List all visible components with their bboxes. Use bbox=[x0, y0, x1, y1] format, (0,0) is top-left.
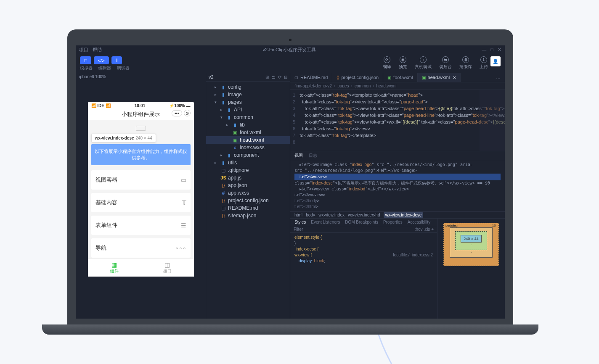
highlighted-element[interactable]: 以下将展示小程序官方组件能力，组件样式仅供参考。 bbox=[91, 144, 191, 165]
window-title: v2-FinClip小程序开发工具 bbox=[262, 47, 316, 53]
status-signal: 📶 IDE 📶 bbox=[91, 103, 111, 108]
style-subtab[interactable]: Accessibility bbox=[408, 220, 430, 224]
editor-tab[interactable]: ▣foot.wxml bbox=[383, 73, 417, 82]
tree-node[interactable]: ▸▮API bbox=[206, 106, 290, 113]
dom-tree[interactable]: ▸t-el"><wx-image class="index-logo" src=… bbox=[290, 160, 505, 211]
tree-node[interactable]: {}project.config.json bbox=[206, 197, 290, 204]
toolbar-left-pills: □ </> ⫴ bbox=[80, 56, 130, 64]
new-file-icon[interactable]: ⊞ bbox=[265, 75, 269, 79]
list-item[interactable]: 视图容器▭ bbox=[91, 170, 191, 190]
pill-label: 调试器 bbox=[117, 65, 130, 71]
file-tree-pane: v2 ⊞ 🗀 ⟳ ⊟ ▸▮config▸▮image▾▮pages▸▮API▾▮… bbox=[206, 73, 290, 319]
editor-pane: ▢README.md{}project.config.json▣foot.wxm… bbox=[290, 73, 505, 319]
page-title: 小程序组件展示 bbox=[122, 111, 160, 117]
inspect-tooltip: wx-view.index-desc240 × 44 bbox=[91, 134, 156, 142]
tree-node[interactable]: ▸▮component bbox=[206, 151, 290, 159]
pill-simulator[interactable]: □ bbox=[80, 56, 91, 64]
tree-node[interactable]: {}sitemap.json bbox=[206, 212, 290, 219]
toolbar-action-上传[interactable]: ↥上传 bbox=[480, 56, 488, 70]
collapse-icon[interactable]: ⊟ bbox=[284, 75, 287, 79]
phone-frame: 📶 IDE 📶 10:01 ⚡100% ▬ 小程序组件展示 ••• ⊙ bbox=[88, 102, 194, 277]
menu-project[interactable]: 项目 bbox=[79, 47, 88, 53]
devtools-top-tabs: 视图 日志 bbox=[290, 151, 505, 160]
styles-filter-options[interactable]: :hov .cls + bbox=[415, 227, 434, 232]
code-editor[interactable]: 12345678 tok-attr">class="tok-tag"><temp… bbox=[290, 90, 505, 151]
capsule-menu[interactable]: ••• bbox=[172, 110, 182, 116]
style-subtab[interactable]: Properties bbox=[383, 220, 403, 224]
editor-breadcrumbs: fino-applet-demo-v2›pages›common›head.wx… bbox=[290, 82, 505, 90]
tree-node[interactable]: ▣head.wxml bbox=[206, 136, 290, 144]
pill-label: 编辑器 bbox=[98, 65, 111, 71]
list-item[interactable]: 导航∘∘∘ bbox=[91, 238, 191, 258]
tree-node[interactable]: ▣foot.wxml bbox=[206, 129, 290, 136]
crumb[interactable]: wx-view.index-desc bbox=[384, 212, 423, 218]
tree-node[interactable]: ▾▮pages bbox=[206, 98, 290, 106]
tabs-more[interactable]: … bbox=[492, 73, 505, 82]
tree-node[interactable]: ▢README.md bbox=[206, 204, 290, 212]
file-tree: ▸▮config▸▮image▾▮pages▸▮API▾▮common▸▮lib… bbox=[206, 82, 290, 221]
toolbar-action-真机调试[interactable]: ↕真机调试 bbox=[415, 56, 432, 70]
tab-log[interactable]: 日志 bbox=[309, 153, 317, 158]
window-close[interactable]: ✕ bbox=[498, 47, 501, 53]
tree-node[interactable]: ▸▮config bbox=[206, 83, 290, 91]
window-minimize[interactable]: — bbox=[482, 47, 486, 53]
tree-node[interactable]: JSapp.js bbox=[206, 174, 290, 182]
tree-node[interactable]: ▸▮utils bbox=[206, 159, 290, 166]
style-subtab[interactable]: Event Listeners bbox=[311, 220, 340, 224]
tab-view[interactable]: 视图 bbox=[294, 153, 303, 158]
toolbar-action-切后台[interactable]: ⇆切后台 bbox=[439, 56, 452, 70]
styles-filter-input[interactable]: Filter bbox=[294, 227, 303, 232]
status-battery: ⚡100% ▬ bbox=[169, 103, 190, 108]
refresh-icon[interactable]: ⟳ bbox=[278, 75, 281, 79]
capsule-close[interactable]: ⊙ bbox=[184, 110, 191, 116]
tree-node[interactable]: {}app.json bbox=[206, 182, 290, 189]
tree-node[interactable]: ▸▮lib bbox=[206, 121, 290, 129]
menubar: 项目 帮助 v2-FinClip小程序开发工具 — □ ✕ bbox=[76, 45, 505, 54]
close-icon[interactable]: ✕ bbox=[453, 75, 456, 80]
menu-help[interactable]: 帮助 bbox=[93, 47, 102, 53]
laptop-frame: 项目 帮助 v2-FinClip小程序开发工具 — □ ✕ □ </> ⫴ bbox=[67, 29, 513, 335]
toolbar-action-编译[interactable]: ⟳编译 bbox=[383, 56, 391, 70]
tree-node[interactable]: ▢.gitignore bbox=[206, 166, 290, 174]
laptop-camera bbox=[289, 39, 292, 41]
simulator-header: iphone6 100% bbox=[76, 73, 206, 81]
style-subtabs: StylesEvent ListenersDOM BreakpointsProp… bbox=[290, 219, 437, 226]
crumb[interactable]: wx-view.index bbox=[318, 213, 345, 217]
toolbar-right: ⟳编译◉预览↕真机调试⇆切后台🗑清缓存↥上传 bbox=[383, 56, 488, 70]
pill-debugger[interactable]: ⫴ bbox=[111, 56, 122, 64]
tree-node[interactable]: #app.wxss bbox=[206, 189, 290, 197]
minimap[interactable] bbox=[480, 90, 505, 151]
toolbar-action-清缓存[interactable]: 🗑清缓存 bbox=[459, 56, 472, 70]
ide-window: 项目 帮助 v2-FinClip小程序开发工具 — □ ✕ □ </> ⫴ bbox=[76, 45, 505, 319]
style-rules[interactable]: element.style {}.index-desc {</span></di… bbox=[290, 233, 437, 266]
tree-node[interactable]: ▸▮image bbox=[206, 91, 290, 98]
crumb[interactable]: body bbox=[306, 213, 315, 217]
logo-placeholder bbox=[136, 126, 146, 131]
simulator-pane: iphone6 100% 📶 IDE 📶 10:01 ⚡100% ▬ 小程序组件… bbox=[76, 73, 206, 319]
style-subtab[interactable]: Styles bbox=[294, 220, 306, 224]
editor-tab[interactable]: ▢README.md bbox=[290, 73, 332, 82]
devtools-breadcrumbs: html body wx-view.index wx-view.index-hd… bbox=[290, 211, 505, 219]
crumb[interactable]: wx-view.index-hd bbox=[348, 213, 380, 217]
new-folder-icon[interactable]: 🗀 bbox=[271, 75, 276, 79]
tree-root[interactable]: v2 bbox=[209, 74, 214, 79]
window-maximize[interactable]: □ bbox=[490, 47, 493, 53]
box-model: margin 10 border - padding - 240 × 4 bbox=[437, 219, 505, 319]
phone-tab-组件[interactable]: ▦组件 bbox=[88, 259, 141, 277]
pill-editor[interactable]: </> bbox=[94, 56, 109, 64]
devtools-panel: 视图 日志 ▸t-el"><wx-image class="index-logo… bbox=[290, 151, 505, 319]
list-item[interactable]: 基础内容𝕋 bbox=[91, 193, 191, 212]
list-item[interactable]: 表单组件☰ bbox=[91, 216, 191, 235]
style-subtab[interactable]: DOM Breakpoints bbox=[345, 220, 378, 224]
editor-tab[interactable]: {}project.config.json bbox=[332, 73, 383, 82]
toolbar-action-预览[interactable]: ◉预览 bbox=[399, 56, 407, 70]
phone-tab-接口[interactable]: ◫接口 bbox=[141, 259, 194, 277]
crumb[interactable]: html bbox=[294, 213, 302, 217]
tree-node[interactable]: ▾▮common bbox=[206, 113, 290, 121]
user-avatar[interactable]: 👤 bbox=[490, 56, 501, 66]
status-time: 10:01 bbox=[135, 103, 146, 108]
editor-tab[interactable]: ▣head.wxml✕ bbox=[418, 73, 461, 82]
editor-tabs: ▢README.md{}project.config.json▣foot.wxm… bbox=[290, 73, 505, 82]
line-gutter: 12345678 bbox=[290, 90, 300, 151]
tree-node[interactable]: #index.wxss bbox=[206, 144, 290, 151]
